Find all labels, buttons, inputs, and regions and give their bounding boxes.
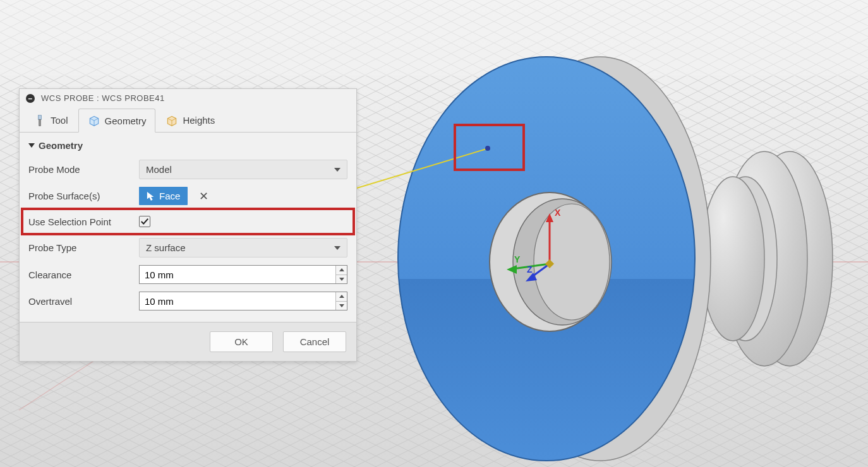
- clearance-input[interactable]: [140, 266, 335, 283]
- tab-label: Geometry: [105, 115, 147, 126]
- use-selection-point-label: Use Selection Point: [28, 216, 139, 227]
- probe-type-dropdown[interactable]: Z surface: [139, 238, 347, 257]
- clearance-label: Clearance: [28, 269, 139, 280]
- tab-heights[interactable]: Heights: [157, 109, 224, 132]
- clearance-input-wrap: [139, 265, 347, 284]
- panel-title: WCS PROBE : WCS PROBE41: [41, 93, 165, 103]
- tab-bar: Tool Geometry Heights: [20, 107, 356, 133]
- section-header-geometry[interactable]: Geometry: [27, 135, 349, 156]
- tab-label: Tool: [51, 115, 68, 126]
- arrow-down-icon: [339, 304, 344, 307]
- svg-text:X: X: [555, 208, 561, 218]
- cancel-button[interactable]: Cancel: [283, 331, 346, 352]
- probe-mode-label: Probe Mode: [28, 164, 139, 175]
- checkmark-icon: [140, 217, 149, 226]
- section-title: Geometry: [39, 140, 83, 151]
- probe-mode-value: Model: [146, 164, 172, 175]
- ok-button[interactable]: OK: [210, 331, 273, 352]
- collapse-icon[interactable]: –: [26, 94, 35, 103]
- row-probe-mode: Probe Mode Model: [27, 156, 349, 183]
- row-probe-type: Probe Type Z surface: [27, 234, 349, 261]
- spinner-up-button[interactable]: [336, 292, 347, 302]
- arrow-up-icon: [339, 295, 344, 298]
- overtravel-input-wrap: [139, 292, 347, 310]
- face-selection-chip[interactable]: Face: [139, 187, 188, 205]
- svg-text:Z: Z: [527, 264, 533, 275]
- caret-down-icon: [334, 168, 341, 172]
- tab-geometry[interactable]: Geometry: [78, 109, 156, 133]
- cursor-icon: [147, 191, 155, 201]
- chevron-down-icon: [28, 143, 35, 148]
- spinner-down-button[interactable]: [336, 302, 347, 310]
- svg-rect-26: [39, 115, 42, 119]
- panel-titlebar[interactable]: – WCS PROBE : WCS PROBE41: [20, 89, 356, 107]
- probe-mode-dropdown[interactable]: Model: [139, 160, 347, 179]
- svg-text:Y: Y: [514, 254, 521, 264]
- geometry-icon: [88, 114, 100, 127]
- probe-type-value: Z surface: [146, 242, 186, 253]
- wcs-probe-panel: – WCS PROBE : WCS PROBE41 Tool Geometry …: [19, 88, 357, 362]
- heights-icon: [166, 114, 178, 127]
- arrow-up-icon: [339, 268, 344, 271]
- row-clearance: Clearance: [27, 261, 349, 288]
- caret-down-icon: [334, 246, 341, 250]
- probe-surfaces-label: Probe Surface(s): [28, 191, 139, 201]
- svg-rect-27: [39, 119, 41, 126]
- svg-point-13: [534, 204, 610, 320]
- overtravel-input[interactable]: [140, 292, 335, 310]
- arrow-down-icon: [339, 278, 344, 281]
- dialog-footer: OK Cancel: [20, 322, 356, 361]
- tool-icon: [33, 114, 46, 127]
- clear-selection-button[interactable]: ✕: [199, 189, 208, 203]
- tab-tool[interactable]: Tool: [25, 109, 77, 132]
- spinner-up-button[interactable]: [336, 266, 347, 275]
- svg-rect-2: [0, 0, 868, 76]
- svg-point-15: [485, 146, 490, 151]
- overtravel-label: Overtravel: [28, 296, 139, 307]
- use-selection-point-checkbox[interactable]: [139, 216, 150, 227]
- row-probe-surfaces: Probe Surface(s) Face ✕: [27, 183, 349, 209]
- chip-label: Face: [159, 191, 180, 201]
- tab-label: Heights: [183, 115, 215, 126]
- probe-type-label: Probe Type: [28, 242, 139, 253]
- geometry-section: Geometry Probe Mode Model Probe Surface(…: [20, 133, 356, 322]
- row-overtravel: Overtravel: [27, 288, 349, 314]
- row-use-selection-point: Use Selection Point: [22, 209, 354, 234]
- spinner-down-button[interactable]: [336, 275, 347, 284]
